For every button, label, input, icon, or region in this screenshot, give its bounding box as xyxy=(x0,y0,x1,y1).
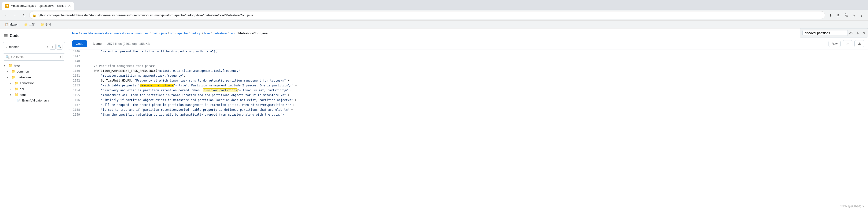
folder-icon: 📁 xyxy=(14,93,18,97)
sidebar-title: Code xyxy=(10,34,20,38)
svg-rect-1 xyxy=(4,34,7,35)
more-button[interactable]: ⋮ xyxy=(858,12,865,19)
browser-tab[interactable]: MetastoreConf.java - apache/hive - GitHu… xyxy=(2,2,74,10)
find-next-button[interactable]: ∨ xyxy=(861,30,867,36)
bookmark-study[interactable]: 📁 学习 xyxy=(38,22,53,27)
line-number[interactable]: 1154 xyxy=(68,89,83,92)
tree-item-label: EnumValidator.java xyxy=(22,99,49,102)
tree-item-label: api xyxy=(20,87,24,91)
code-line: 1151 "metastore.partition.management.tas… xyxy=(68,74,868,79)
sidebar-item-hive[interactable]: ▾ 📁 hive xyxy=(0,63,68,68)
breadcrumb-main[interactable]: main xyxy=(151,31,158,35)
sidebar-item-metastore[interactable]: ▾ 📁 metastore xyxy=(0,74,68,80)
folder-icon: 📁 xyxy=(8,64,12,67)
chevron-down-icon: ▾ xyxy=(7,76,10,79)
code-container[interactable]: 1146 "retention period the partition wil… xyxy=(68,49,868,212)
search-box[interactable]: 🔍 Go to file t xyxy=(3,53,65,61)
download-file-button[interactable] xyxy=(854,40,864,47)
line-number[interactable]: 1159 xyxy=(68,113,83,116)
find-input[interactable] xyxy=(802,30,848,36)
tab-title: MetastoreConf.java - apache/hive - GitHu… xyxy=(11,4,66,7)
tree-item-label: annotation xyxy=(20,81,35,85)
line-number[interactable]: 1150 xyxy=(68,69,83,73)
folder-icon: 📁 xyxy=(11,69,16,73)
blame-tab-button[interactable]: Blame xyxy=(89,40,105,47)
back-button[interactable]: ← xyxy=(3,12,10,19)
breadcrumb-sep: / xyxy=(79,31,80,35)
translate-button[interactable] xyxy=(843,12,849,19)
breadcrumb-java[interactable]: java xyxy=(161,31,167,35)
breadcrumb-sep: / xyxy=(237,31,238,35)
line-number[interactable]: 1152 xyxy=(68,79,83,82)
breadcrumb-src[interactable]: src xyxy=(144,31,149,35)
code-line: 1147 xyxy=(68,54,868,59)
address-bar[interactable]: 🔒 github.com/apache/hive/blob/master/sta… xyxy=(29,11,825,19)
line-number[interactable]: 1158 xyxy=(68,108,83,112)
chevron-down-icon: ▾ xyxy=(4,64,7,67)
breadcrumb-conf[interactable]: conf xyxy=(229,31,236,35)
code-line: 1146 "retention period the partition wil… xyxy=(68,49,868,54)
watermark: CSDN @底层不是鱼 xyxy=(840,205,864,208)
branch-icon: ⑂ xyxy=(6,45,7,49)
line-number[interactable]: 1157 xyxy=(68,103,83,107)
chevron-right-icon: ▸ xyxy=(10,87,13,90)
breadcrumb-current: MetastoreConf.java xyxy=(239,31,268,35)
breadcrumb-sep: / xyxy=(202,31,203,35)
sidebar-item-enumvalidator[interactable]: 📄 EnumValidator.java xyxy=(0,98,68,103)
search-placeholder: Go to file xyxy=(11,55,24,59)
profile-button[interactable] xyxy=(835,12,842,19)
copy-button[interactable] xyxy=(843,40,852,47)
chevron-down-icon: ▾ xyxy=(10,94,13,96)
line-number[interactable]: 1147 xyxy=(68,54,83,58)
file-size: 158 KB xyxy=(140,42,150,45)
breadcrumb-hive[interactable]: hive xyxy=(72,31,78,35)
sidebar-toggle-icon[interactable] xyxy=(4,33,8,38)
svg-point-0 xyxy=(838,14,839,15)
line-number[interactable]: 1156 xyxy=(68,98,83,102)
search-shortcut: t xyxy=(59,55,62,59)
find-prev-button[interactable]: ∧ xyxy=(855,30,861,36)
bookmark-work-label: 工作 xyxy=(29,23,35,27)
tree-item-label: metastore xyxy=(17,75,31,79)
branch-selector[interactable]: ⑂ master ▾ ＋ 🔍 xyxy=(3,42,65,51)
breadcrumb-metastore-common[interactable]: metastore-common xyxy=(114,31,142,35)
bookmark-work[interactable]: 📁 工作 xyxy=(22,22,37,27)
sidebar-item-conf[interactable]: ▾ 📁 conf xyxy=(0,92,68,98)
line-number[interactable]: 1153 xyxy=(68,83,83,87)
nav-actions: ⬇ ☆ ⋮ xyxy=(827,12,865,19)
code-line: 1154 "discovery and other is partition r… xyxy=(68,89,868,93)
add-branch-button[interactable]: ＋ xyxy=(50,44,56,50)
line-number[interactable]: 1149 xyxy=(68,64,83,68)
line-number[interactable]: 1155 xyxy=(68,93,83,97)
breadcrumb-sep: / xyxy=(143,31,144,35)
bookmark-study-label: 学习 xyxy=(45,23,51,27)
line-content xyxy=(83,54,868,55)
breadcrumb-standalone-metastore[interactable]: standalone-metastore xyxy=(81,31,112,35)
folder-icon: 📁 xyxy=(11,75,16,79)
close-icon[interactable]: ✕ xyxy=(68,4,71,8)
breadcrumb-hive2[interactable]: hive xyxy=(204,31,210,35)
reload-button[interactable]: ↻ xyxy=(21,12,27,19)
breadcrumb-apache[interactable]: apache xyxy=(177,31,188,35)
breadcrumb-metastore[interactable]: metastore xyxy=(213,31,227,35)
breadcrumb-org[interactable]: org xyxy=(170,31,175,35)
raw-button[interactable]: Raw xyxy=(829,41,841,47)
search-branch-button[interactable]: 🔍 xyxy=(57,44,62,50)
line-number[interactable]: 1151 xyxy=(68,74,83,78)
line-content: "with table property 'discover.partition… xyxy=(83,83,868,87)
code-tab-button[interactable]: Code xyxy=(72,40,87,47)
forward-button[interactable]: → xyxy=(12,12,19,19)
line-content: PARTITION_MANAGEMENT_TASK_FREQUENCY("met… xyxy=(83,69,868,73)
sidebar-item-api[interactable]: ▸ 📁 api xyxy=(0,86,68,92)
line-number[interactable]: 1148 xyxy=(68,59,83,63)
browser-chrome: MetastoreConf.java - apache/hive - GitHu… xyxy=(0,0,868,29)
breadcrumb-hadoop[interactable]: hadoop xyxy=(190,31,201,35)
bookmark-star-button[interactable]: ☆ xyxy=(850,12,857,19)
sidebar-item-annotation[interactable]: ▸ 📁 annotation xyxy=(0,80,68,86)
file-icon: 📄 xyxy=(17,99,21,102)
download-button[interactable]: ⬇ xyxy=(827,12,834,19)
line-number[interactable]: 1146 xyxy=(68,49,83,53)
sidebar-item-common[interactable]: ▸ 📁 common xyxy=(0,68,68,74)
bookmark-maven[interactable]: 📋 Maven xyxy=(3,23,20,27)
bookmark-work-icon: 📁 xyxy=(24,23,28,26)
